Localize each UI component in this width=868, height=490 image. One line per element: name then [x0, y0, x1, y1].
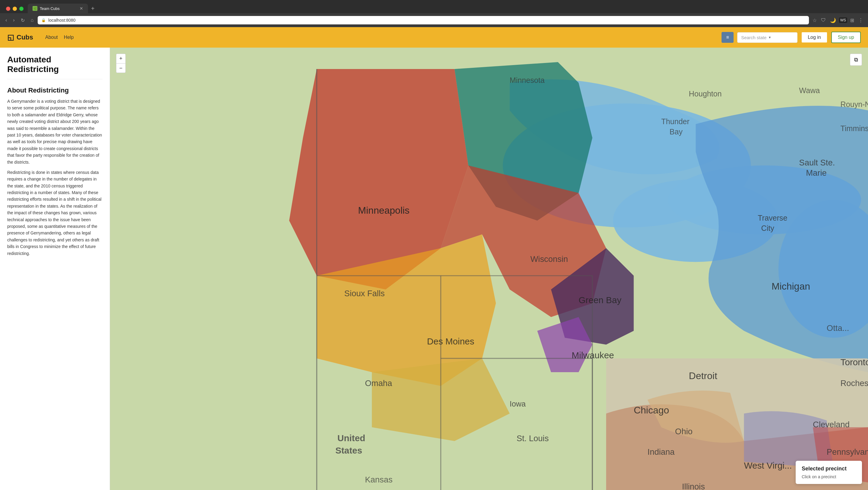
traffic-light-green[interactable]	[19, 7, 24, 11]
browser-chrome: 🌿 Team Cubs ✕ + ‹ › ↻ ⌂ 🔒 localhost:8080…	[0, 0, 868, 27]
header-right: ≡ Search state ▾ Log in Sign up	[721, 32, 861, 43]
app-container: ◱ Cubs About Help ≡ Search state ▾ Log i…	[0, 27, 868, 490]
nav-links: About Help	[45, 35, 74, 40]
toolbar-icons: ☆ 🛡 🌙 WS ⊞ ⋮	[811, 17, 864, 24]
svg-text:Traverse: Traverse	[758, 214, 787, 222]
map-controls: + −	[116, 54, 126, 73]
svg-text:Green Bay: Green Bay	[579, 295, 621, 305]
svg-text:Marie: Marie	[806, 168, 827, 178]
svg-text:West Virgi...: West Virgi...	[744, 460, 792, 470]
svg-text:Iowa: Iowa	[510, 400, 526, 408]
map-area[interactable]: + − ⧉	[110, 48, 868, 490]
svg-text:Cleveland: Cleveland	[813, 420, 849, 429]
address-text: localhost:8080	[48, 18, 75, 23]
back-button[interactable]: ‹	[4, 16, 9, 24]
tab-close-button[interactable]: ✕	[80, 6, 83, 11]
shield-icon[interactable]: 🛡	[820, 17, 827, 24]
svg-text:Chicago: Chicago	[634, 405, 669, 416]
dropdown-icon: ▾	[769, 35, 771, 39]
grid-icon[interactable]: ⊞	[849, 17, 855, 24]
signup-button[interactable]: Sign up	[831, 32, 861, 43]
home-button[interactable]: ⌂	[29, 16, 36, 24]
layers-button[interactable]: ⧉	[850, 54, 862, 66]
about-heading: About Redistricting	[7, 87, 102, 94]
svg-text:Minneapolis: Minneapolis	[358, 205, 410, 216]
address-bar[interactable]: 🔒 localhost:8080	[38, 16, 809, 24]
moon-icon[interactable]: 🌙	[829, 17, 837, 24]
svg-text:Detroit: Detroit	[689, 370, 717, 381]
svg-text:Thunder: Thunder	[661, 117, 689, 126]
sidebar: Automated Redistricting About Redistrict…	[0, 48, 110, 490]
svg-text:Wawa: Wawa	[799, 86, 820, 95]
about-section: About Redistricting A Gerrymander is a v…	[7, 87, 102, 257]
svg-text:St. Louis: St. Louis	[517, 434, 549, 443]
lock-icon: 🔒	[41, 18, 46, 22]
active-tab[interactable]: 🌿 Team Cubs ✕	[28, 4, 88, 13]
browser-toolbar: ‹ › ↻ ⌂ 🔒 localhost:8080 ☆ 🛡 🌙 WS ⊞ ⋮	[0, 13, 868, 27]
forward-button[interactable]: ›	[11, 16, 16, 24]
refresh-button[interactable]: ↻	[19, 16, 27, 24]
login-button[interactable]: Log in	[801, 32, 828, 43]
svg-text:Milwaukee: Milwaukee	[572, 350, 614, 360]
click-on-precinct-text: Click on a precinct	[802, 474, 856, 479]
svg-text:Ohio: Ohio	[675, 427, 692, 436]
menu-icon[interactable]: ⋮	[857, 17, 864, 24]
zoom-out-button[interactable]: −	[116, 63, 126, 73]
svg-text:Bay: Bay	[670, 127, 683, 136]
app-header: ◱ Cubs About Help ≡ Search state ▾ Log i…	[0, 27, 868, 48]
about-paragraph-1: A Gerrymander is a voting district that …	[7, 98, 102, 165]
svg-text:States: States	[336, 446, 362, 455]
svg-text:Kansas: Kansas	[365, 475, 393, 484]
zoom-in-button[interactable]: +	[116, 54, 126, 63]
nav-about[interactable]: About	[45, 35, 58, 40]
svg-text:Houghton: Houghton	[689, 90, 722, 98]
search-state-box[interactable]: Search state ▾	[737, 32, 798, 43]
ws-icon[interactable]: WS	[839, 18, 847, 23]
svg-text:Otta...: Otta...	[827, 323, 849, 333]
nav-help[interactable]: Help	[64, 35, 74, 40]
logo: ◱ Cubs	[7, 33, 33, 41]
svg-text:Toronto: Toronto	[841, 357, 868, 367]
precinct-panel: Selected precinct Click on a precinct	[796, 461, 862, 484]
layers-icon: ⧉	[854, 57, 858, 63]
about-paragraph-2: Redistricting is done in states where ce…	[7, 169, 102, 257]
map-visualization[interactable]: Minneapolis Sioux Falls Omaha Des Moines…	[110, 48, 868, 490]
svg-text:Timmins: Timmins	[841, 124, 868, 132]
svg-text:City: City	[761, 224, 775, 232]
logo-icon: ◱	[7, 33, 14, 41]
svg-text:Wisconsin: Wisconsin	[530, 254, 568, 264]
logo-text: Cubs	[17, 33, 33, 41]
traffic-light-yellow[interactable]	[13, 7, 17, 11]
new-tab-button[interactable]: +	[89, 4, 97, 13]
tab-title: Team Cubs	[40, 6, 60, 11]
svg-text:Pennsylvania: Pennsylvania	[827, 447, 868, 457]
svg-text:Omaha: Omaha	[365, 378, 393, 388]
svg-text:Sioux Falls: Sioux Falls	[344, 289, 384, 298]
search-placeholder: Search state	[741, 35, 767, 40]
svg-text:Illinois: Illinois	[682, 482, 705, 490]
svg-text:Rochester: Rochester	[841, 378, 868, 388]
traffic-light-red[interactable]	[6, 7, 10, 11]
menu-button[interactable]: ≡	[721, 32, 734, 43]
svg-text:Sault Ste.: Sault Ste.	[799, 158, 835, 167]
tab-controls	[2, 7, 27, 13]
svg-text:Rouyn-Noranda: Rouyn-Noranda	[841, 100, 868, 109]
star-icon[interactable]: ☆	[811, 17, 818, 24]
svg-text:Indiana: Indiana	[647, 447, 675, 457]
svg-text:Des Moines: Des Moines	[427, 337, 474, 346]
svg-text:Michigan: Michigan	[772, 281, 810, 292]
svg-text:United: United	[338, 433, 365, 443]
browser-tabs: 🌿 Team Cubs ✕ +	[0, 0, 868, 13]
sidebar-title: Automated Redistricting	[7, 55, 102, 79]
selected-precinct-title: Selected precinct	[802, 466, 856, 472]
hamburger-icon: ≡	[726, 35, 729, 40]
tab-favicon: 🌿	[33, 6, 37, 11]
svg-text:Minnesota: Minnesota	[510, 76, 545, 84]
main-content: Automated Redistricting About Redistrict…	[0, 48, 868, 490]
